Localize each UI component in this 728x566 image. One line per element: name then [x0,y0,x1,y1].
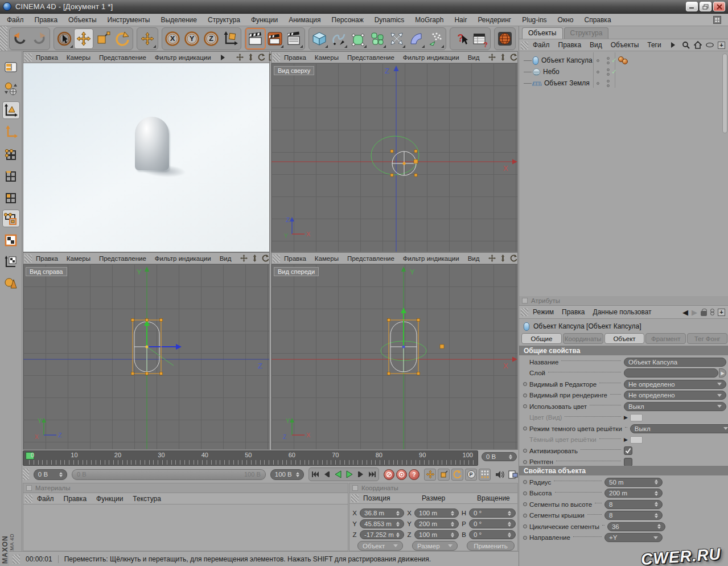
object-row-floor[interactable]: Объект Земля [519,77,724,89]
viewport2-drag-handle[interactable] [273,54,280,61]
menu-item[interactable]: Hair [454,16,467,24]
menu-item[interactable]: Файл [7,16,24,24]
autokey-button[interactable] [396,469,407,480]
history-forward-icon[interactable]: ▶ [692,308,697,317]
pan-view-icon[interactable] [240,255,248,262]
viewport-right[interactable]: ПравкаКамерыПредставлениеФильтр индикаци… [23,252,270,450]
attr-menu-item[interactable]: Правка [562,308,585,316]
rotation-segments-field[interactable]: 36 [607,522,665,531]
enabled-check-icon[interactable]: ✓ [611,68,617,76]
viewport-menu-item[interactable]: Правка [284,255,306,262]
materials-drag-handle[interactable] [25,495,32,503]
viewport-top-canvas[interactable]: Вид сверху X Z Z X Y [272,63,517,252]
convert-object-button[interactable] [2,80,20,97]
coordinate-system-button[interactable] [221,28,240,49]
om-drag-handle[interactable] [521,42,528,50]
direction-dropdown[interactable]: +Y [604,533,663,542]
layer-browse-button[interactable]: ▶ [719,368,726,378]
wire-color-swatch[interactable] [630,436,643,444]
lock-x-axis-button[interactable]: X [163,28,182,49]
close-button[interactable] [713,2,725,11]
pan-view-icon[interactable] [236,54,244,61]
link-icon[interactable] [710,309,714,315]
object-manager-list[interactable]: Объект Капсула ✓ Небо ✓ Объект Земля [519,52,728,296]
materials-menu-item[interactable]: Файл [37,495,54,503]
expand-color-icon[interactable]: ▶ [624,415,628,420]
help-button[interactable]: ? [451,28,470,49]
viewport-menu-item[interactable]: Камеры [67,255,91,262]
tab-fragment[interactable]: Фрагмент [645,333,686,344]
record-position-button[interactable] [424,469,436,481]
capsule-object-icon[interactable] [533,56,538,65]
rotate-tool-button[interactable] [113,28,132,49]
animatable-dot[interactable] [523,514,527,518]
range-end-spinner[interactable] [296,470,299,479]
selection-filter-button[interactable] [2,210,20,227]
record-parameter-button[interactable]: P [465,469,477,481]
add-deformer-button[interactable] [387,28,406,49]
capsule-object[interactable] [135,117,169,170]
height-spinner[interactable] [655,489,658,498]
minimize-button[interactable] [686,2,698,11]
undo-button[interactable] [10,28,30,49]
object-name[interactable]: Объект Капсула [541,56,593,64]
add-hypernurbs-button[interactable] [348,28,368,49]
polygons-mode-button[interactable] [2,188,20,206]
hseg-spinner[interactable] [655,500,658,508]
height-field[interactable]: 200 m [604,489,663,498]
menu-item[interactable]: Plug-ins [522,16,546,24]
object-name[interactable]: Объект Земля [544,79,590,87]
render-settings-button[interactable] [265,28,285,49]
render-view-button[interactable] [246,28,265,49]
menu-item[interactable]: Окно [558,16,574,24]
pan-view-icon[interactable] [488,255,496,262]
menu-item[interactable]: Справка [584,16,611,24]
viewport-perspective-canvas[interactable] [23,63,269,252]
animatable-dot[interactable] [523,491,527,495]
status-drag-handle[interactable] [13,555,20,564]
range-end-field[interactable]: 100 B [270,469,304,480]
radius-field[interactable]: 50 m [604,478,663,487]
tab-coordinates[interactable]: Координаты [563,333,603,344]
object-row-capsule[interactable]: Объект Капсула ✓ [519,55,724,66]
new-attr-manager-icon[interactable]: + [718,309,725,316]
animatable-dot[interactable] [523,502,527,506]
sky-object-icon[interactable] [533,68,540,76]
attr-menu-item[interactable]: Режим [533,308,554,316]
goto-start-button[interactable] [310,469,321,480]
floor-object-icon[interactable] [532,81,542,85]
zoom-view-icon[interactable] [251,255,258,262]
visibility-dots[interactable] [607,80,610,87]
zoom-view-icon[interactable] [499,54,507,61]
add-cube-button[interactable] [310,28,329,49]
cap-segments-field[interactable]: 8 [604,511,663,520]
object-row-sky[interactable]: Небо ✓ [519,66,724,77]
attr-menu-item[interactable]: Данные пользоват [593,308,652,316]
viewport-menu-item[interactable]: Фильтр индикации [403,54,459,61]
add-panel-icon[interactable]: + [718,42,725,49]
viewport-menu-item[interactable]: Камеры [315,255,339,262]
rotation-h-field[interactable]: 0 ° [469,508,516,518]
texture-axis-mode-button[interactable] [2,123,20,141]
material-tags[interactable] [618,56,628,64]
viewport-menu-item[interactable]: Фильтр индикации [155,54,211,61]
title-bar[interactable]: CINEMA 4D - [Документ 1 *] [0,0,728,14]
play-backward-button[interactable] [332,469,344,480]
redo-button[interactable] [30,28,49,49]
visible-render-dropdown[interactable]: Не определено [624,391,726,400]
rotate-view-icon[interactable] [510,255,517,262]
menu-item[interactable]: Dynamics [375,16,405,24]
visible-editor-dropdown[interactable]: Не определено [624,380,726,389]
toolbar-drag-handle[interactable] [0,26,7,51]
timeline-scrollbar[interactable]: 0 B 100 B [72,469,266,480]
rotation-b-field[interactable]: 0 ° [469,530,516,539]
position-x-field[interactable]: 36.8 m [360,508,404,518]
zoom-view-icon[interactable] [499,255,507,262]
visibility-dots[interactable] [607,57,610,64]
radius-spinner[interactable] [655,478,658,486]
viewport-menu-item[interactable]: Представление [99,54,146,61]
move-tool-button[interactable] [74,28,93,49]
om-more-icon[interactable] [671,42,678,48]
coordinates-titlebar[interactable]: Координаты [349,483,517,493]
layout-switch-icon[interactable] [713,16,721,24]
